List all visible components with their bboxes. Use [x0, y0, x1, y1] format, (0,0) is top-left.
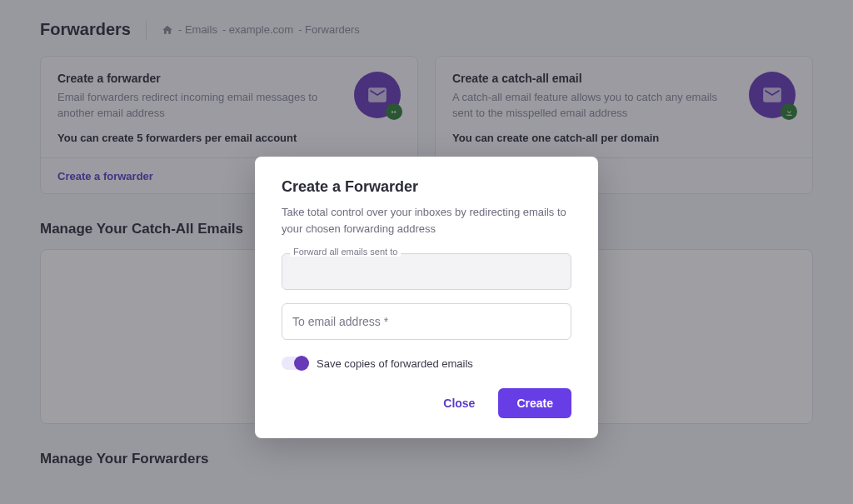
close-button[interactable]: Close [435, 390, 483, 417]
from-field-label: Forward all emails sent to [290, 247, 401, 257]
modal-subtitle: Take total control over your inboxes by … [282, 204, 571, 237]
create-button[interactable]: Create [498, 388, 571, 418]
forward-from-input[interactable] [282, 253, 571, 290]
modal-title: Create a Forwarder [282, 178, 571, 196]
toggle-knob [294, 356, 309, 371]
save-copies-label: Save copies of forwarded emails [317, 357, 473, 370]
modal-overlay[interactable]: Create a Forwarder Take total control ov… [0, 0, 853, 504]
create-forwarder-modal: Create a Forwarder Take total control ov… [255, 157, 598, 438]
forward-to-input[interactable] [282, 303, 571, 340]
save-copies-toggle[interactable] [282, 357, 308, 370]
